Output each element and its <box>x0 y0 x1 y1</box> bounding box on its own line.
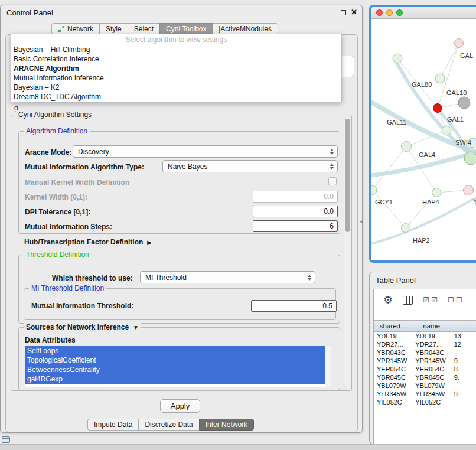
close-traffic-light[interactable] <box>376 9 383 16</box>
network-view-window: GALGAL80GAL10GAL11GAL1SWI4GAL4GCY1HAP4YH… <box>369 5 476 263</box>
splitter-collapse-icon[interactable]: ◂ <box>360 218 363 224</box>
network-node[interactable] <box>402 224 410 233</box>
dropdown-placeholder: Select algorithm to view settings <box>11 35 341 45</box>
algorithm-option[interactable]: ARACNE Algorithm <box>11 64 341 73</box>
algorithm-option[interactable]: Dream8 DC_TDC Algorithm <box>11 92 341 102</box>
combo-arrows-icon <box>330 149 334 155</box>
bottom-tab-discretize-data[interactable]: Discretize Data <box>138 419 199 431</box>
attribute-list-item[interactable]: BetweennessCentrality <box>25 365 325 374</box>
settings-scrollbar-thumb[interactable] <box>345 119 350 232</box>
algorithm-definition-group: Algorithm Definition Aracne Mode: Discov… <box>18 131 340 234</box>
table-row[interactable]: YDR27...YDR27...12 <box>374 340 476 348</box>
table-header-cell[interactable]: name <box>412 321 451 331</box>
mi-algorithm-type-combo[interactable]: Naive Bayes <box>162 160 338 172</box>
algorithm-option[interactable]: Bayesian – K2 <box>11 83 341 92</box>
tab-style[interactable]: Style <box>99 23 128 35</box>
network-node[interactable] <box>464 152 476 165</box>
kernel-width-field[interactable] <box>253 191 338 203</box>
table-cell: YPR145W <box>412 357 451 365</box>
table-row[interactable]: YLR345WYLR345W9. <box>374 390 476 398</box>
network-node[interactable] <box>393 54 402 63</box>
attribute-list-item[interactable]: TopologicalCoefficient <box>25 356 325 365</box>
which-threshold-combo[interactable]: MI Threshold <box>140 271 315 283</box>
minimized-panel-icon[interactable] <box>2 436 10 443</box>
tab-jactivemnodules[interactable]: jActiveMNodules <box>213 23 278 35</box>
group-title: Algorithm Definition <box>24 127 90 135</box>
algorithm-option[interactable]: Bayesian – Hill Climbing <box>11 45 341 54</box>
tab-label: Discretize Data <box>145 420 193 429</box>
table-header-cell[interactable]: shared... <box>374 321 412 331</box>
close-icon[interactable]: ✕ <box>351 9 357 16</box>
zoom-traffic-light[interactable] <box>396 9 403 16</box>
aracne-mode-combo[interactable]: Discovery <box>73 145 338 158</box>
table-row[interactable]: YDL19...YDL19...13 <box>374 332 476 340</box>
table-cell: 13 <box>451 332 476 340</box>
network-window-titlebar <box>371 7 476 19</box>
table-row[interactable]: YER054CYER054C8. <box>374 365 476 373</box>
network-node[interactable] <box>464 185 474 195</box>
hub-definition-expander[interactable]: Hub/Transcription Factor Definition ▶ <box>24 238 152 246</box>
tab-label: Cyni Toolbox <box>166 25 206 33</box>
group-title: Threshold Definition <box>24 250 92 259</box>
algorithm-option[interactable]: Basic Correlation Inference <box>11 54 341 64</box>
table-cell: YER054C <box>374 365 412 373</box>
attribute-list-item[interactable]: gal4RGexp <box>25 374 325 384</box>
manual-kernel-width-label: Manual Kernel Width Definition <box>25 178 129 187</box>
aracne-mode-label: Aracne Mode: <box>25 148 71 156</box>
network-node[interactable] <box>435 74 445 83</box>
columns-icon[interactable] <box>403 296 413 305</box>
minimize-traffic-light[interactable] <box>386 9 393 16</box>
deselect-all-checkboxes-icon[interactable]: ☐ ☐ <box>448 296 462 304</box>
sources-title: Sources for Network Inference <box>26 323 129 331</box>
table-row[interactable]: YBR043CYBR043C <box>374 348 476 357</box>
attributes-scrollbar-track[interactable] <box>325 346 331 387</box>
select-all-checkboxes-icon[interactable]: ☑ ☑ <box>423 296 438 304</box>
table-cell: YPR145W <box>374 357 412 365</box>
network-node[interactable] <box>432 188 441 197</box>
network-node[interactable] <box>433 104 442 113</box>
network-edge <box>440 43 459 79</box>
table-cell: YBL079W <box>374 381 412 390</box>
network-canvas[interactable]: GALGAL80GAL10GAL11GAL1SWI4GAL4GCY1HAP4YH… <box>371 19 476 260</box>
network-node[interactable] <box>458 97 470 109</box>
table-panel-body: ⚙ ☑ ☑ ☐ ☐ shared...name YDL19...YDL19...… <box>373 289 476 445</box>
sources-collapse-header[interactable]: Sources for Network Inference ▼ <box>24 323 141 331</box>
table-row[interactable]: YBR045CYBR045C9. <box>374 373 476 381</box>
collapse-down-icon: ▼ <box>133 324 139 331</box>
network-node[interactable] <box>371 185 377 195</box>
mi-threshold-definition-group: MI Threshold Definition Mutual Informati… <box>24 288 336 320</box>
network-node[interactable] <box>455 39 464 48</box>
bottom-tab-infer-network[interactable]: Infer Network <box>199 419 254 431</box>
network-node-label: SWI4 <box>455 139 471 146</box>
float-window-icon[interactable] <box>341 10 346 15</box>
table-row[interactable]: YIL052CYIL052C <box>374 398 476 406</box>
bottom-tab-impute-data[interactable]: Impute Data <box>87 419 139 431</box>
table-toolbar: ⚙ ☑ ☑ ☐ ☐ <box>374 289 476 311</box>
apply-button[interactable]: Apply <box>160 399 200 413</box>
tab-cyni-toolbox[interactable]: Cyni Toolbox <box>159 23 213 35</box>
tab-network[interactable]: Network <box>51 23 100 35</box>
table-cell: YER054C <box>412 365 451 373</box>
gear-icon[interactable]: ⚙ <box>383 295 393 305</box>
tab-select[interactable]: Select <box>128 23 160 35</box>
algorithm-option[interactable]: Mutual Information Inference <box>11 73 341 83</box>
manual-kernel-width-checkbox[interactable] <box>328 177 337 185</box>
network-node[interactable] <box>442 126 451 135</box>
mi-threshold-field[interactable] <box>251 300 337 312</box>
table-cell: 12 <box>451 340 476 348</box>
network-edge <box>406 193 436 228</box>
algorithm-dropdown-list: Bayesian – Hill ClimbingBasic Correlatio… <box>11 45 341 102</box>
network-node-label: GAL <box>460 52 473 59</box>
table-cell: YDL19... <box>412 332 451 340</box>
table-row[interactable]: YBL079WYBL079W <box>374 381 476 390</box>
table-cell: 8. <box>451 365 476 373</box>
network-node[interactable] <box>402 142 412 152</box>
mi-steps-field[interactable] <box>253 220 338 232</box>
table-cell <box>451 398 476 406</box>
expand-right-icon: ▶ <box>147 239 152 246</box>
table-row[interactable]: YPR145WYPR145W9. <box>374 357 476 365</box>
attribute-list-item[interactable]: SelfLoops <box>25 346 325 356</box>
table-header-cell[interactable] <box>451 321 476 331</box>
table-cell: 9. <box>451 390 476 398</box>
dpi-tolerance-field[interactable] <box>253 206 338 217</box>
